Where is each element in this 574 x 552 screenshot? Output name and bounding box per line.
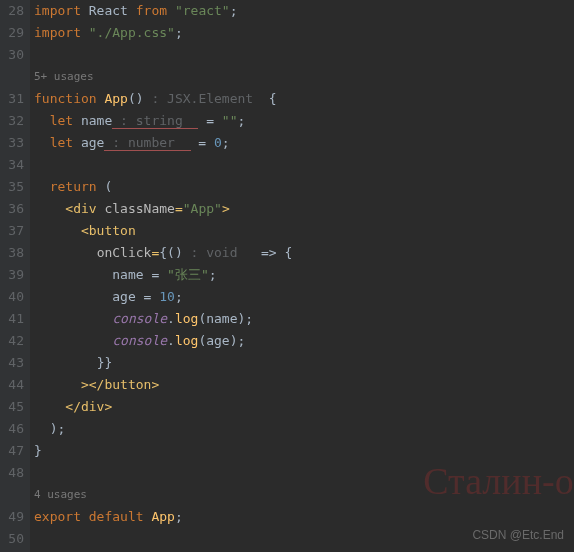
code-line[interactable]: ></button> xyxy=(34,374,574,396)
code-line[interactable] xyxy=(34,44,574,66)
line-number: 39 xyxy=(0,264,24,286)
code-line[interactable]: export default App; xyxy=(34,506,574,528)
line-number: 35 xyxy=(0,176,24,198)
code-line[interactable]: <div className="App"> xyxy=(34,198,574,220)
code-line[interactable]: } xyxy=(34,440,574,462)
line-number: 46 xyxy=(0,418,24,440)
line-number: 49 xyxy=(0,506,24,528)
line-number: 45 xyxy=(0,396,24,418)
line-number xyxy=(0,484,24,506)
code-line[interactable] xyxy=(34,154,574,176)
line-number: 43 xyxy=(0,352,24,374)
line-number: 48 xyxy=(0,462,24,484)
code-line[interactable]: name = "张三"; xyxy=(34,264,574,286)
code-line[interactable]: let name : string = ""; xyxy=(34,110,574,132)
code-line[interactable]: age = 10; xyxy=(34,286,574,308)
line-number: 34 xyxy=(0,154,24,176)
line-number: 50 xyxy=(0,528,24,550)
code-line[interactable]: ); xyxy=(34,418,574,440)
code-line[interactable]: onClick={() : void => { xyxy=(34,242,574,264)
line-number: 36 xyxy=(0,198,24,220)
line-number: 29 xyxy=(0,22,24,44)
line-number: 37 xyxy=(0,220,24,242)
code-line[interactable]: }} xyxy=(34,352,574,374)
code-line[interactable]: console.log(age); xyxy=(34,330,574,352)
line-number: 38 xyxy=(0,242,24,264)
line-number: 30 xyxy=(0,44,24,66)
code-editor[interactable]: Сталин-он import React from "react"; imp… xyxy=(30,0,574,552)
code-line[interactable]: let age : number = 0; xyxy=(34,132,574,154)
code-line[interactable] xyxy=(34,462,574,484)
line-number: 41 xyxy=(0,308,24,330)
usages-hint[interactable]: 5+ usages xyxy=(34,66,574,88)
code-line[interactable]: console.log(name); xyxy=(34,308,574,330)
line-number: 42 xyxy=(0,330,24,352)
line-number: 32 xyxy=(0,110,24,132)
code-line[interactable]: import "./App.css"; xyxy=(34,22,574,44)
line-number: 33 xyxy=(0,132,24,154)
code-line[interactable]: return ( xyxy=(34,176,574,198)
code-line[interactable]: <button xyxy=(34,220,574,242)
line-number xyxy=(0,66,24,88)
usages-hint[interactable]: 4 usages xyxy=(34,484,574,506)
code-line[interactable]: </div> xyxy=(34,396,574,418)
line-number: 28 xyxy=(0,0,24,22)
line-number: 40 xyxy=(0,286,24,308)
code-line[interactable]: function App() : JSX.Element { xyxy=(34,88,574,110)
line-number: 44 xyxy=(0,374,24,396)
line-number: 31 xyxy=(0,88,24,110)
line-number-gutter: 28 29 30 31 32 33 34 35 36 37 38 39 40 4… xyxy=(0,0,30,552)
code-line[interactable]: import React from "react"; xyxy=(34,0,574,22)
line-number: 47 xyxy=(0,440,24,462)
